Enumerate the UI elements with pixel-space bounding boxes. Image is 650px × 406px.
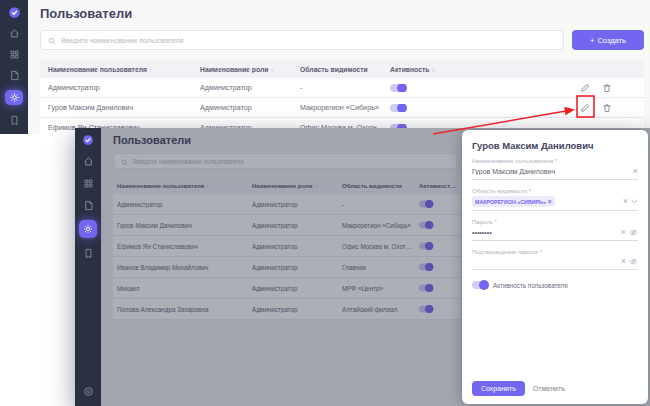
header-role[interactable]: Наименование роли↑↓ — [200, 66, 300, 73]
clear-icon[interactable]: × — [621, 257, 626, 266]
app-window-inset: Пользователи Наименование пользователя↑ … — [75, 128, 650, 406]
clear-icon[interactable]: × — [633, 167, 638, 176]
search-icon — [48, 31, 56, 49]
apps-icon[interactable] — [81, 176, 95, 190]
app-window-top: Пользователи + Создать Наименование поль… — [0, 0, 650, 134]
user-activity-toggle[interactable] — [472, 281, 488, 289]
files-icon[interactable] — [81, 198, 95, 212]
sort-icon: ↑↓ — [431, 67, 434, 73]
cell-role: Администратор — [200, 83, 300, 92]
clear-icon[interactable]: × — [621, 228, 626, 237]
username-field: Наименование пользователя * Гуров Максим… — [472, 158, 638, 180]
files-icon[interactable] — [7, 69, 21, 81]
sort-asc-icon: ↑ — [149, 67, 151, 73]
edit-user-panel: Гуров Максим Данилович Наименование поль… — [462, 130, 648, 404]
settings-icon-active[interactable] — [79, 220, 97, 238]
docs-icon[interactable] — [81, 246, 95, 260]
header-scope: Область видимости — [300, 66, 390, 73]
user-activity-label: Активность пользователя — [493, 282, 568, 289]
users-page: Пользователи + Создать Наименование поль… — [28, 0, 650, 134]
table-header-row: Наименование пользователя↑ Наименование … — [40, 60, 644, 78]
app-logo — [8, 6, 21, 19]
page-title: Пользователи — [40, 6, 644, 21]
toolbar: + Создать — [40, 30, 644, 50]
chip-remove-icon[interactable]: × — [548, 198, 552, 205]
activity-toggle[interactable] — [390, 104, 406, 112]
panel-footer: Сохранить Отменить — [472, 381, 638, 396]
plus-icon: + — [590, 36, 594, 45]
eye-off-icon[interactable] — [629, 257, 638, 266]
settings-icon-active[interactable] — [5, 90, 23, 105]
screenshot-canvas: Пользователи + Создать Наименование поль… — [0, 0, 650, 406]
cell-username: Администратор — [48, 83, 200, 92]
create-button-label: Создать — [597, 36, 626, 45]
apps-icon[interactable] — [7, 49, 21, 61]
search-box — [40, 30, 564, 50]
header-activity[interactable]: Активность↑↓ — [390, 66, 480, 73]
cancel-button[interactable]: Отменить — [533, 385, 565, 392]
password-confirm-field: Подтверждение пароля * × — [472, 249, 638, 271]
user-activity-toggle-row: Активность пользователя — [472, 281, 638, 289]
sidebar — [75, 128, 101, 406]
cell-role: Администратор — [200, 103, 300, 112]
table-row: Администратор Администратор - — [40, 78, 644, 98]
password-field: Пароль * •••••••• × — [472, 219, 638, 241]
edit-icon-highlighted[interactable] — [580, 103, 590, 113]
activity-toggle[interactable] — [390, 84, 406, 92]
cell-scope: - — [300, 83, 390, 92]
sort-icon: ↑↓ — [270, 67, 273, 73]
save-button[interactable]: Сохранить — [472, 381, 525, 396]
username-value[interactable]: Гуров Максим Данилович — [472, 168, 630, 175]
panel-title: Гуров Максим Данилович — [472, 140, 638, 151]
delete-icon[interactable] — [602, 83, 612, 93]
header-username[interactable]: Наименование пользователя↑ — [48, 66, 200, 73]
scope-field: Область видимости * МАКРОРЕГИОН «СИБИРЬ»… — [472, 188, 638, 212]
search-input[interactable] — [61, 37, 556, 44]
table-row: Гуров Максим Данилович Администратор Мак… — [40, 98, 644, 118]
support-icon[interactable] — [81, 384, 95, 398]
clear-icon[interactable]: × — [623, 197, 628, 206]
chevron-down-icon[interactable] — [631, 199, 638, 204]
edit-icon[interactable] — [580, 83, 590, 93]
sidebar — [0, 0, 28, 134]
users-table: Наименование пользователя↑ Наименование … — [40, 60, 644, 134]
dashboard-icon[interactable] — [7, 28, 21, 40]
create-button[interactable]: + Создать — [572, 30, 644, 50]
eye-off-icon[interactable] — [629, 228, 638, 237]
cell-username: Гуров Максим Данилович — [48, 103, 200, 112]
docs-icon[interactable] — [7, 114, 21, 126]
app-logo — [82, 134, 94, 146]
dashboard-icon[interactable] — [81, 154, 95, 168]
cell-scope: Макрорегион «Сибирь» — [300, 103, 390, 112]
scope-chip[interactable]: МАКРОРЕГИОН «СИБИРЬ» × — [472, 196, 555, 207]
delete-icon[interactable] — [602, 103, 612, 113]
password-value[interactable]: •••••••• — [472, 229, 618, 236]
